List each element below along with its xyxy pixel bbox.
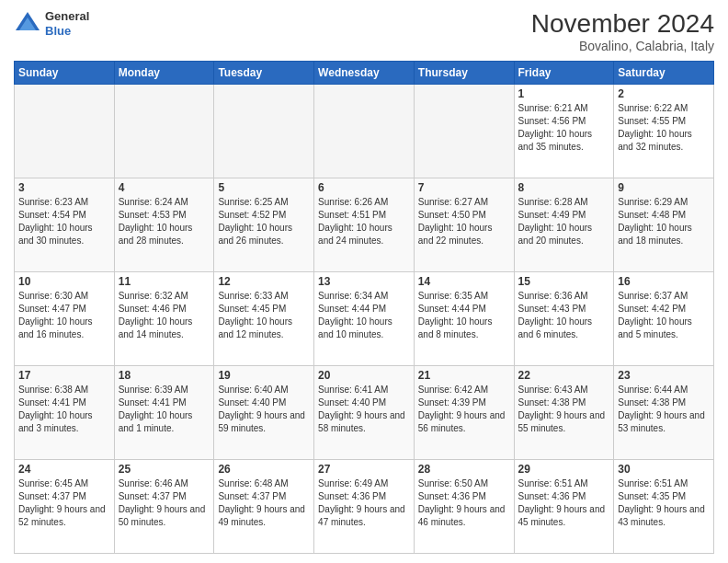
weekday-saturday: Saturday (614, 62, 714, 85)
day-number: 7 (418, 181, 510, 194)
day-info: Sunrise: 6:30 AM Sunset: 4:47 PM Dayligh… (18, 290, 110, 341)
day-number: 9 (618, 181, 710, 194)
calendar-cell: 8Sunrise: 6:28 AM Sunset: 4:49 PM Daylig… (514, 178, 614, 272)
day-number: 18 (119, 369, 210, 382)
month-title: November 2024 (531, 9, 714, 39)
calendar-cell: 25Sunrise: 6:46 AM Sunset: 4:37 PM Dayli… (114, 460, 214, 554)
day-number: 6 (318, 181, 410, 194)
day-number: 28 (418, 463, 510, 476)
logo: General Blue (14, 9, 89, 38)
calendar-cell: 23Sunrise: 6:44 AM Sunset: 4:38 PM Dayli… (614, 366, 714, 460)
week-row-5: 24Sunrise: 6:45 AM Sunset: 4:37 PM Dayli… (15, 460, 714, 554)
day-number: 17 (18, 369, 110, 382)
calendar-cell: 17Sunrise: 6:38 AM Sunset: 4:41 PM Dayli… (15, 366, 115, 460)
calendar-cell: 15Sunrise: 6:36 AM Sunset: 4:43 PM Dayli… (514, 272, 614, 366)
day-info: Sunrise: 6:32 AM Sunset: 4:46 PM Dayligh… (119, 290, 210, 341)
header: General Blue November 2024 Bovalino, Cal… (14, 9, 714, 53)
day-info: Sunrise: 6:36 AM Sunset: 4:43 PM Dayligh… (518, 290, 610, 341)
calendar-cell: 22Sunrise: 6:43 AM Sunset: 4:38 PM Dayli… (514, 366, 614, 460)
weekday-monday: Monday (114, 62, 214, 85)
day-info: Sunrise: 6:22 AM Sunset: 4:55 PM Dayligh… (618, 102, 710, 154)
day-info: Sunrise: 6:51 AM Sunset: 4:36 PM Dayligh… (518, 477, 610, 529)
day-number: 29 (518, 463, 610, 476)
calendar-cell: 11Sunrise: 6:32 AM Sunset: 4:46 PM Dayli… (114, 272, 214, 366)
day-info: Sunrise: 6:26 AM Sunset: 4:51 PM Dayligh… (318, 196, 410, 247)
day-info: Sunrise: 6:50 AM Sunset: 4:36 PM Dayligh… (418, 477, 510, 529)
calendar-cell (414, 85, 514, 178)
calendar: SundayMondayTuesdayWednesdayThursdayFrid… (14, 61, 714, 554)
day-info: Sunrise: 6:44 AM Sunset: 4:38 PM Dayligh… (618, 384, 710, 435)
day-number: 3 (18, 181, 110, 194)
day-number: 12 (218, 275, 310, 288)
title-block: November 2024 Bovalino, Calabria, Italy (531, 9, 714, 53)
day-info: Sunrise: 6:46 AM Sunset: 4:37 PM Dayligh… (119, 477, 210, 529)
day-number: 27 (318, 463, 410, 476)
calendar-cell: 13Sunrise: 6:34 AM Sunset: 4:44 PM Dayli… (314, 272, 415, 366)
day-info: Sunrise: 6:25 AM Sunset: 4:52 PM Dayligh… (218, 196, 310, 247)
day-number: 14 (418, 275, 510, 288)
logo-blue-text: Blue (45, 24, 89, 39)
page: General Blue November 2024 Bovalino, Cal… (0, 0, 728, 563)
logo-general-text: General (45, 9, 89, 24)
calendar-cell: 19Sunrise: 6:40 AM Sunset: 4:40 PM Dayli… (214, 366, 314, 460)
calendar-cell: 21Sunrise: 6:42 AM Sunset: 4:39 PM Dayli… (414, 366, 514, 460)
day-info: Sunrise: 6:41 AM Sunset: 4:40 PM Dayligh… (318, 384, 410, 435)
week-row-1: 1Sunrise: 6:21 AM Sunset: 4:56 PM Daylig… (15, 85, 714, 178)
day-info: Sunrise: 6:34 AM Sunset: 4:44 PM Dayligh… (318, 290, 410, 341)
day-info: Sunrise: 6:43 AM Sunset: 4:38 PM Dayligh… (518, 384, 610, 435)
day-number: 25 (119, 463, 210, 476)
calendar-cell (15, 85, 115, 178)
week-row-4: 17Sunrise: 6:38 AM Sunset: 4:41 PM Dayli… (15, 366, 714, 460)
weekday-header-row: SundayMondayTuesdayWednesdayThursdayFrid… (15, 62, 714, 85)
calendar-cell: 29Sunrise: 6:51 AM Sunset: 4:36 PM Dayli… (514, 460, 614, 554)
day-info: Sunrise: 6:38 AM Sunset: 4:41 PM Dayligh… (18, 384, 110, 435)
day-number: 23 (618, 369, 710, 382)
calendar-cell: 10Sunrise: 6:30 AM Sunset: 4:47 PM Dayli… (15, 272, 115, 366)
calendar-cell: 5Sunrise: 6:25 AM Sunset: 4:52 PM Daylig… (214, 178, 314, 272)
logo-text: General Blue (45, 9, 89, 38)
calendar-cell: 3Sunrise: 6:23 AM Sunset: 4:54 PM Daylig… (15, 178, 115, 272)
day-number: 21 (418, 369, 510, 382)
calendar-cell: 20Sunrise: 6:41 AM Sunset: 4:40 PM Dayli… (314, 366, 415, 460)
day-number: 19 (218, 369, 310, 382)
calendar-cell: 7Sunrise: 6:27 AM Sunset: 4:50 PM Daylig… (414, 178, 514, 272)
weekday-friday: Friday (514, 62, 614, 85)
day-info: Sunrise: 6:42 AM Sunset: 4:39 PM Dayligh… (418, 384, 510, 435)
calendar-cell: 24Sunrise: 6:45 AM Sunset: 4:37 PM Dayli… (15, 460, 115, 554)
day-number: 11 (119, 275, 210, 288)
calendar-cell: 16Sunrise: 6:37 AM Sunset: 4:42 PM Dayli… (614, 272, 714, 366)
day-number: 2 (618, 87, 710, 100)
day-number: 15 (518, 275, 610, 288)
calendar-cell: 6Sunrise: 6:26 AM Sunset: 4:51 PM Daylig… (314, 178, 415, 272)
day-number: 26 (218, 463, 310, 476)
calendar-cell (314, 85, 415, 178)
day-info: Sunrise: 6:29 AM Sunset: 4:48 PM Dayligh… (618, 196, 710, 247)
day-info: Sunrise: 6:23 AM Sunset: 4:54 PM Dayligh… (18, 196, 110, 247)
calendar-cell (114, 85, 214, 178)
calendar-cell: 1Sunrise: 6:21 AM Sunset: 4:56 PM Daylig… (514, 85, 614, 178)
day-info: Sunrise: 6:24 AM Sunset: 4:53 PM Dayligh… (119, 196, 210, 247)
day-info: Sunrise: 6:40 AM Sunset: 4:40 PM Dayligh… (218, 384, 310, 435)
calendar-cell: 27Sunrise: 6:49 AM Sunset: 4:36 PM Dayli… (314, 460, 415, 554)
day-number: 5 (218, 181, 310, 194)
day-info: Sunrise: 6:27 AM Sunset: 4:50 PM Dayligh… (418, 196, 510, 247)
location: Bovalino, Calabria, Italy (531, 39, 714, 53)
day-info: Sunrise: 6:48 AM Sunset: 4:37 PM Dayligh… (218, 477, 310, 529)
weekday-thursday: Thursday (414, 62, 514, 85)
day-info: Sunrise: 6:45 AM Sunset: 4:37 PM Dayligh… (18, 477, 110, 529)
weekday-tuesday: Tuesday (214, 62, 314, 85)
calendar-cell: 9Sunrise: 6:29 AM Sunset: 4:48 PM Daylig… (614, 178, 714, 272)
day-number: 13 (318, 275, 410, 288)
day-number: 4 (119, 181, 210, 194)
calendar-cell: 28Sunrise: 6:50 AM Sunset: 4:36 PM Dayli… (414, 460, 514, 554)
day-info: Sunrise: 6:37 AM Sunset: 4:42 PM Dayligh… (618, 290, 710, 341)
weekday-sunday: Sunday (15, 62, 115, 85)
day-info: Sunrise: 6:28 AM Sunset: 4:49 PM Dayligh… (518, 196, 610, 247)
day-info: Sunrise: 6:51 AM Sunset: 4:35 PM Dayligh… (618, 477, 710, 529)
day-number: 24 (18, 463, 110, 476)
day-number: 16 (618, 275, 710, 288)
week-row-3: 10Sunrise: 6:30 AM Sunset: 4:47 PM Dayli… (15, 272, 714, 366)
calendar-cell: 4Sunrise: 6:24 AM Sunset: 4:53 PM Daylig… (114, 178, 214, 272)
day-number: 22 (518, 369, 610, 382)
calendar-cell: 18Sunrise: 6:39 AM Sunset: 4:41 PM Dayli… (114, 366, 214, 460)
